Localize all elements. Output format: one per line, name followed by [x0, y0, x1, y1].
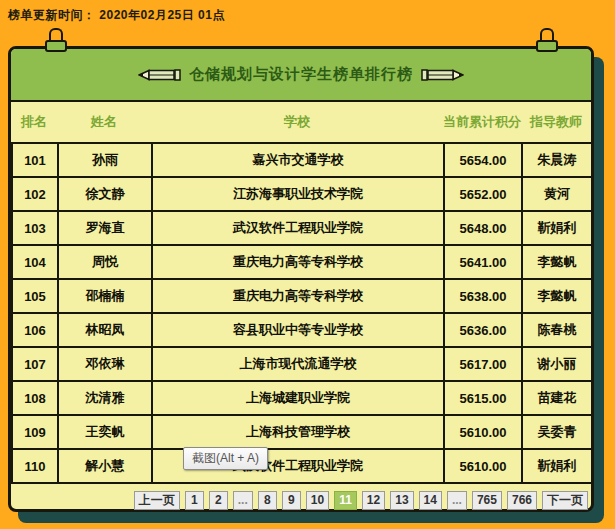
column-header-teacher: 指导教师: [521, 113, 591, 131]
screenshot-hotkey-tooltip: 截图(Alt + A): [183, 447, 268, 470]
school-cell: 上海市现代流通学校: [152, 347, 444, 381]
table-row: 102 徐文静 江苏海事职业技术学院 5652.00 黄河: [12, 177, 592, 211]
rank-cell: 102: [12, 177, 58, 211]
page-button-2[interactable]: 2: [209, 491, 228, 510]
teacher-cell: 谢小丽: [522, 347, 592, 381]
pencil-right-icon: [420, 68, 464, 82]
rank-cell: 101: [12, 143, 58, 177]
score-cell: 5641.00: [444, 245, 522, 279]
rank-cell: 107: [12, 347, 58, 381]
name-cell: 邵楠楠: [58, 279, 152, 313]
name-cell: 徐文静: [58, 177, 152, 211]
table-row: 109 王奕帆 上海科技管理学校 5610.00 吴委青: [12, 415, 592, 449]
column-header-name: 姓名: [57, 113, 151, 131]
score-cell: 5610.00: [444, 449, 522, 483]
name-cell: 罗海直: [58, 211, 152, 245]
leaderboard-page: { "meta": { "update_time": "榜单更新时间： 2020…: [0, 0, 615, 529]
teacher-cell: 黄河: [522, 177, 592, 211]
teacher-cell: 苗建花: [522, 381, 592, 415]
teacher-cell: 吴委青: [522, 415, 592, 449]
table-row: 108 沈清雅 上海城建职业学院 5615.00 苗建花: [12, 381, 592, 415]
teacher-cell: 李懿帆: [522, 245, 592, 279]
prev-page-button[interactable]: 上一页: [134, 491, 180, 510]
rank-cell: 109: [12, 415, 58, 449]
panel-header: 仓储规划与设计学生榜单排行榜: [11, 49, 591, 102]
score-cell: 5652.00: [444, 177, 522, 211]
page-button-13[interactable]: 13: [390, 491, 413, 510]
table-row: 105 邵楠楠 重庆电力高等专科学校 5638.00 李懿帆: [12, 279, 592, 313]
page-ellipsis-right[interactable]: ...: [447, 491, 467, 510]
page-button-14[interactable]: 14: [419, 491, 442, 510]
column-header-school: 学校: [151, 113, 443, 131]
name-cell: 孙雨: [58, 143, 152, 177]
name-cell: 周悦: [58, 245, 152, 279]
binder-clip-left-icon: [45, 28, 67, 52]
school-cell: 上海科技管理学校: [152, 415, 444, 449]
teacher-cell: 陈春桃: [522, 313, 592, 347]
name-cell: 王奕帆: [58, 415, 152, 449]
school-cell: 上海城建职业学院: [152, 381, 444, 415]
school-cell: 嘉兴市交通学校: [152, 143, 444, 177]
page-button-9[interactable]: 9: [282, 491, 301, 510]
page-button-12[interactable]: 12: [362, 491, 385, 510]
binder-clip-right-icon: [536, 28, 558, 52]
table-row: 103 罗海直 武汉软件工程职业学院 5648.00 靳娟利: [12, 211, 592, 245]
page-button-766[interactable]: 766: [507, 491, 537, 510]
school-cell: 容县职业中等专业学校: [152, 313, 444, 347]
name-cell: 沈清雅: [58, 381, 152, 415]
score-cell: 5615.00: [444, 381, 522, 415]
table-row: 106 林昭凤 容县职业中等专业学校 5636.00 陈春桃: [12, 313, 592, 347]
score-cell: 5610.00: [444, 415, 522, 449]
score-cell: 5638.00: [444, 279, 522, 313]
update-time-text: 榜单更新时间： 2020年02月25日 01点: [8, 7, 225, 24]
rank-cell: 105: [12, 279, 58, 313]
name-cell: 林昭凤: [58, 313, 152, 347]
score-cell: 5648.00: [444, 211, 522, 245]
leaderboard-panel: 仓储规划与设计学生榜单排行榜 排名 姓名 学校 当前累计积分 指导教师 101 …: [8, 46, 594, 512]
next-page-button[interactable]: 下一页: [542, 491, 588, 510]
page-button-10[interactable]: 10: [306, 491, 329, 510]
rank-cell: 108: [12, 381, 58, 415]
table-column-headers: 排名 姓名 学校 当前累计积分 指导教师: [11, 102, 591, 142]
column-header-score: 当前累计积分: [443, 113, 521, 131]
page-button-765[interactable]: 765: [472, 491, 502, 510]
school-cell: 江苏海事职业技术学院: [152, 177, 444, 211]
pencil-left-icon: [138, 68, 182, 82]
school-cell: 重庆电力高等专科学校: [152, 279, 444, 313]
page-button-8[interactable]: 8: [258, 491, 277, 510]
school-cell: 重庆电力高等专科学校: [152, 245, 444, 279]
rank-cell: 103: [12, 211, 58, 245]
score-cell: 5636.00: [444, 313, 522, 347]
table-row: 107 邓依琳 上海市现代流通学校 5617.00 谢小丽: [12, 347, 592, 381]
teacher-cell: 靳娟利: [522, 449, 592, 483]
name-cell: 解小慧: [58, 449, 152, 483]
teacher-cell: 靳娟利: [522, 211, 592, 245]
rank-cell: 110: [12, 449, 58, 483]
school-cell: 武汉软件工程职业学院: [152, 211, 444, 245]
table-row: 104 周悦 重庆电力高等专科学校 5641.00 李懿帆: [12, 245, 592, 279]
table-row: 110 解小慧 武汉软件工程职业学院 5610.00 靳娟利: [12, 449, 592, 483]
leaderboard-table: 101 孙雨 嘉兴市交通学校 5654.00 朱晨涛 102 徐文静 江苏海事职…: [11, 142, 593, 484]
table-row: 101 孙雨 嘉兴市交通学校 5654.00 朱晨涛: [12, 143, 592, 177]
name-cell: 邓依琳: [58, 347, 152, 381]
page-button-11-active[interactable]: 11: [334, 491, 357, 510]
score-cell: 5617.00: [444, 347, 522, 381]
panel-title: 仓储规划与设计学生榜单排行榜: [189, 65, 413, 84]
pagination-bar: 上一页 1 2 ... 8 9 10 11 12 13 14 ... 765 7…: [11, 491, 591, 510]
rank-cell: 106: [12, 313, 58, 347]
rank-cell: 104: [12, 245, 58, 279]
teacher-cell: 朱晨涛: [522, 143, 592, 177]
page-ellipsis-left[interactable]: ...: [233, 491, 253, 510]
column-header-rank: 排名: [11, 113, 57, 131]
score-cell: 5654.00: [444, 143, 522, 177]
page-button-1[interactable]: 1: [185, 491, 204, 510]
teacher-cell: 李懿帆: [522, 279, 592, 313]
